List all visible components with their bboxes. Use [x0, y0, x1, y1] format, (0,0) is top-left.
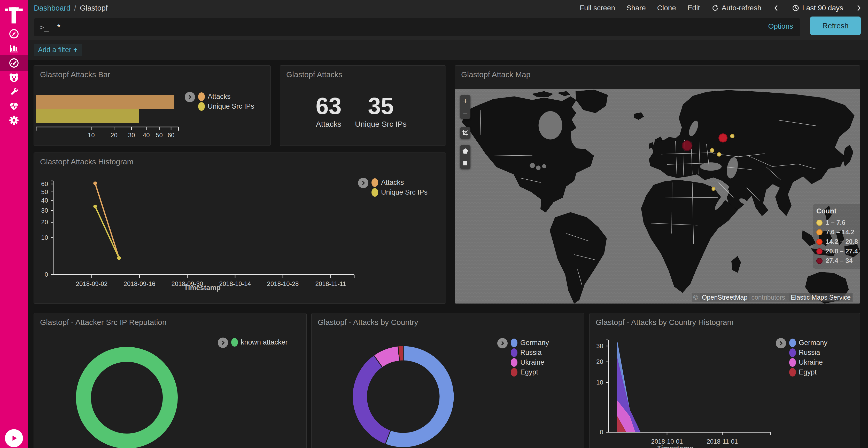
legend-label: 14.2 – 20.8 — [826, 238, 858, 245]
svg-text:2018-09-16: 2018-09-16 — [124, 280, 156, 287]
telekom-t-logo[interactable] — [4, 4, 23, 25]
map-legend-item: 27.4 – 34 — [816, 256, 860, 266]
legend-label: Germany — [520, 339, 549, 347]
sidebar-item-discover[interactable] — [0, 26, 28, 41]
donut-chart — [312, 313, 584, 448]
sidebar-item-management[interactable] — [0, 113, 28, 128]
time-range-button[interactable]: Last 90 days — [792, 4, 843, 12]
breadcrumb-dashboard-link[interactable]: Dashboard — [34, 4, 70, 12]
svg-text:50: 50 — [156, 132, 163, 139]
options-link[interactable]: Options — [768, 22, 793, 30]
add-filter-button[interactable]: Add a filter+ — [34, 44, 82, 56]
legend-dot-icon — [789, 368, 796, 377]
line-series[interactable] — [95, 206, 119, 258]
legend-item[interactable]: Russia — [789, 348, 828, 357]
legend-label: Egypt — [520, 368, 538, 376]
refresh-button[interactable]: Refresh — [810, 16, 861, 35]
legend-collapse-icon[interactable] — [358, 178, 368, 188]
time-forward-button[interactable] — [855, 4, 862, 12]
legend-item[interactable]: known attacker — [231, 338, 288, 347]
donut-chart — [34, 313, 307, 448]
svg-text:20: 20 — [111, 132, 118, 139]
sidebar-collapse-button[interactable] — [5, 429, 23, 447]
legend-item[interactable]: Unique Src IPs — [198, 102, 254, 111]
map-legend-item: 7.6 – 14.2 — [816, 227, 860, 237]
line-series[interactable] — [95, 183, 119, 258]
draw-polygon-icon[interactable] — [460, 145, 470, 157]
map-dot[interactable] — [682, 141, 692, 151]
panel-attacker-src-ip-reputation: Glastopf - Attacker Src IP Reputation kn… — [34, 313, 307, 448]
zoom-in-button[interactable]: + — [460, 95, 470, 107]
svg-text:10: 10 — [596, 379, 603, 386]
legend-item[interactable]: Russia — [511, 348, 549, 357]
legend-label: Germany — [799, 339, 828, 347]
wrench-icon — [8, 86, 20, 98]
heartbeat-icon — [8, 100, 20, 112]
map-dot[interactable] — [719, 134, 727, 142]
osm-link[interactable]: OpenStreetMap — [700, 294, 749, 302]
data-point[interactable] — [93, 205, 97, 208]
world-map[interactable] — [455, 89, 860, 304]
auto-refresh-button[interactable]: Auto-refresh — [711, 4, 761, 12]
sidebar-item-apps[interactable] — [0, 70, 28, 85]
svg-text:10: 10 — [41, 234, 48, 241]
play-circle-icon — [9, 433, 19, 443]
map-legend-item: 20.8 – 27.4 — [816, 246, 860, 256]
sidebar-item-dashboard[interactable] — [0, 55, 28, 71]
metric-unique-src-ips: 35 Unique Src IPs — [355, 95, 407, 129]
data-point[interactable] — [93, 181, 97, 185]
fit-data-bounds-icon[interactable] — [460, 127, 470, 139]
map-dot[interactable] — [717, 152, 721, 156]
map-dot[interactable] — [712, 187, 715, 191]
legend-label: Attacks — [208, 93, 231, 101]
legend-item[interactable]: Attacks — [371, 178, 428, 187]
edit-button[interactable]: Edit — [687, 4, 700, 12]
legend-collapse-icon[interactable] — [218, 338, 228, 348]
bar-segment[interactable] — [36, 95, 175, 109]
legend-label: Ukraine — [520, 358, 544, 367]
map-dot[interactable] — [710, 148, 714, 152]
chevron-right-icon — [855, 4, 862, 12]
donut-slice[interactable] — [352, 355, 391, 444]
legend-item[interactable]: Egypt — [511, 368, 549, 377]
legend-item[interactable]: Germany — [511, 339, 549, 347]
legend-item[interactable]: Germany — [789, 339, 828, 347]
data-point[interactable] — [117, 256, 121, 260]
legend-item[interactable]: Ukraine — [789, 358, 828, 367]
legend-dot-icon — [816, 229, 823, 235]
legend-label: 27.4 – 34 — [826, 257, 852, 265]
legend-item[interactable]: Ukraine — [511, 358, 549, 367]
ems-link[interactable]: Elastic Maps Service — [789, 294, 852, 302]
bar-segment[interactable] — [36, 109, 139, 123]
sidebar-item-dev-tools[interactable] — [0, 84, 28, 99]
legend-dot-icon — [816, 258, 823, 264]
share-button[interactable]: Share — [626, 4, 646, 12]
legend-item[interactable]: Attacks — [198, 92, 254, 101]
svg-text:2018-11-01: 2018-11-01 — [707, 438, 738, 445]
legend-dot-icon — [371, 178, 378, 187]
map-legend-title: Count — [816, 207, 860, 215]
donut-slice[interactable] — [84, 354, 170, 441]
legend-label: Unique Src IPs — [208, 102, 254, 110]
draw-rectangle-icon[interactable] — [460, 157, 470, 169]
full-screen-button[interactable]: Full screen — [580, 4, 615, 12]
legend-collapse-icon[interactable] — [497, 338, 507, 348]
sidebar-item-monitoring[interactable] — [0, 99, 28, 113]
svg-text:30: 30 — [596, 342, 603, 349]
legend-collapse-icon[interactable] — [776, 338, 786, 348]
map-dot[interactable] — [731, 134, 734, 138]
panel-glastopf-attack-map: Glastopf Attack Map — [455, 65, 860, 304]
zoom-out-button[interactable]: − — [460, 107, 470, 119]
panel-glastopf-attacks-bar: Glastopf Attacks Bar 102030405060 Attack… — [34, 65, 271, 146]
legend-item[interactable]: Egypt — [789, 368, 828, 377]
search-input[interactable]: >_ * — [34, 18, 800, 36]
legend-dot-icon — [511, 339, 518, 347]
clone-button[interactable]: Clone — [657, 4, 676, 12]
legend-item[interactable]: Unique Src IPs — [371, 188, 428, 197]
svg-text:2018-10-28: 2018-10-28 — [267, 280, 299, 287]
legend-collapse-icon[interactable] — [185, 92, 195, 102]
query-bar: >_ * Options Refresh — [28, 16, 868, 40]
time-back-button[interactable] — [773, 4, 780, 12]
sidebar-item-visualize[interactable] — [0, 41, 28, 56]
top-navbar: Dashboard / Glastopf Full screen Share C… — [28, 0, 868, 16]
